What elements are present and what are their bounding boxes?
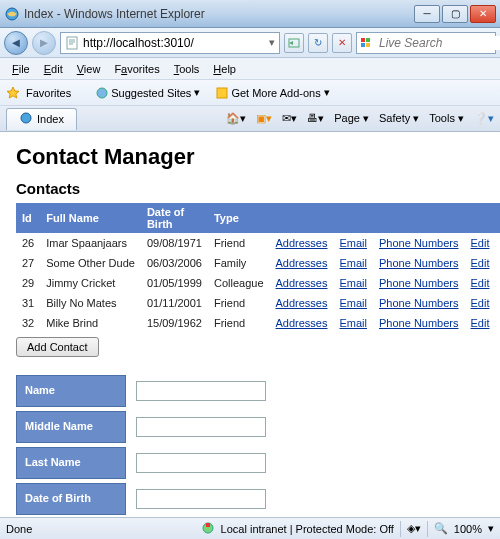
menu-favorites[interactable]: Favorites — [108, 61, 165, 77]
cell-name: Some Other Dude — [40, 253, 141, 273]
suggested-sites-link[interactable]: Suggested Sites ▾ — [91, 84, 205, 101]
search-input[interactable] — [379, 36, 500, 50]
navigation-bar: ◄ ► ▾ ↻ ✕ 🔍 — [0, 28, 500, 58]
link-addresses[interactable]: Addresses — [276, 237, 328, 249]
cell-name: Jimmy Cricket — [40, 273, 141, 293]
favorites-label[interactable]: Favorites — [26, 87, 71, 99]
table-row: 26Imar Spaanjaars09/08/1971FriendAddress… — [16, 233, 500, 253]
link-email[interactable]: Email — [340, 277, 368, 289]
menu-edit[interactable]: Edit — [38, 61, 69, 77]
svg-rect-6 — [366, 43, 370, 47]
maximize-button[interactable]: ▢ — [442, 5, 468, 23]
link-phones[interactable]: Phone Numbers — [379, 297, 459, 309]
search-provider-icon — [361, 35, 375, 51]
menu-help[interactable]: Help — [207, 61, 242, 77]
link-email[interactable]: Email — [340, 237, 368, 249]
menu-tools[interactable]: Tools — [168, 61, 206, 77]
cell-dob: 09/08/1971 — [141, 233, 208, 253]
url-input[interactable] — [83, 34, 265, 52]
svg-rect-4 — [366, 38, 370, 42]
refresh-button[interactable]: ↻ — [308, 33, 328, 53]
mail-button[interactable]: ✉▾ — [282, 112, 297, 125]
menu-view[interactable]: View — [71, 61, 107, 77]
link-phones[interactable]: Phone Numbers — [379, 257, 459, 269]
link-phones[interactable]: Phone Numbers — [379, 237, 459, 249]
link-email[interactable]: Email — [340, 297, 368, 309]
print-button[interactable]: 🖶▾ — [307, 112, 324, 125]
link-addresses[interactable]: Addresses — [276, 277, 328, 289]
star-icon — [6, 86, 20, 100]
safety-menu[interactable]: Safety ▾ — [379, 112, 419, 125]
status-done: Done — [6, 523, 32, 535]
minimize-button[interactable]: ─ — [414, 5, 440, 23]
home-button[interactable]: 🏠▾ — [226, 112, 246, 125]
cell-type: Friend — [208, 233, 270, 253]
close-button[interactable]: ✕ — [470, 5, 496, 23]
window-title: Index - Windows Internet Explorer — [24, 7, 414, 21]
link-edit[interactable]: Edit — [471, 237, 490, 249]
cell-id: 32 — [16, 313, 40, 333]
zoom-dropdown[interactable]: ▾ — [488, 522, 494, 535]
link-email[interactable]: Email — [340, 317, 368, 329]
status-bar: Done Local intranet | Protected Mode: Of… — [0, 517, 500, 539]
search-box[interactable]: 🔍 — [356, 32, 496, 54]
svg-point-9 — [21, 113, 31, 123]
link-phones[interactable]: Phone Numbers — [379, 277, 459, 289]
page-menu[interactable]: Page ▾ — [334, 112, 369, 125]
add-contact-button[interactable]: Add Contact — [16, 337, 99, 357]
feeds-button[interactable]: ▣▾ — [256, 112, 272, 125]
cell-type: Friend — [208, 293, 270, 313]
get-addons-link[interactable]: Get More Add-ons ▾ — [211, 84, 334, 101]
compat-button[interactable] — [284, 33, 304, 53]
link-edit[interactable]: Edit — [471, 317, 490, 329]
label-dob: Date of Birth — [16, 483, 126, 515]
table-row: 32Mike Brind15/09/1962FriendAddressesEma… — [16, 313, 500, 333]
svg-rect-3 — [361, 38, 365, 42]
svg-point-7 — [97, 88, 107, 98]
stop-button[interactable]: ✕ — [332, 33, 352, 53]
svg-rect-8 — [217, 88, 227, 98]
window-titlebar: Index - Windows Internet Explorer ─ ▢ ✕ — [0, 0, 500, 28]
link-addresses[interactable]: Addresses — [276, 297, 328, 309]
label-name: Name — [16, 375, 126, 407]
link-edit[interactable]: Edit — [471, 297, 490, 309]
input-name[interactable] — [136, 381, 266, 401]
col-type: Type — [208, 203, 270, 233]
tab-title: Index — [37, 113, 64, 125]
input-dob[interactable] — [136, 489, 266, 509]
address-bar[interactable]: ▾ — [60, 32, 280, 54]
cell-id: 31 — [16, 293, 40, 313]
col-fullname: Full Name — [40, 203, 141, 233]
cell-type: Friend — [208, 313, 270, 333]
zoom-icon[interactable]: 🔍 — [434, 522, 448, 535]
dropdown-icon[interactable]: ▾ — [269, 36, 275, 49]
back-button[interactable]: ◄ — [4, 31, 28, 55]
cell-id: 27 — [16, 253, 40, 273]
label-middle: Middle Name — [16, 411, 126, 443]
tab-index[interactable]: Index — [6, 108, 77, 130]
forward-button[interactable]: ► — [32, 31, 56, 55]
link-edit[interactable]: Edit — [471, 277, 490, 289]
help-button[interactable]: ❔▾ — [474, 112, 494, 125]
status-zone: Local intranet | Protected Mode: Off — [221, 523, 394, 535]
link-edit[interactable]: Edit — [471, 257, 490, 269]
status-unknown-icon[interactable]: ◈▾ — [407, 522, 421, 535]
menu-bar: File Edit View Favorites Tools Help — [0, 58, 500, 80]
svg-rect-11 — [206, 523, 210, 527]
contact-form: Name Middle Name Last Name Date of Birth… — [16, 375, 484, 517]
link-addresses[interactable]: Addresses — [276, 257, 328, 269]
link-phones[interactable]: Phone Numbers — [379, 317, 459, 329]
page-heading: Contact Manager — [16, 144, 484, 170]
link-email[interactable]: Email — [340, 257, 368, 269]
link-addresses[interactable]: Addresses — [276, 317, 328, 329]
input-last[interactable] — [136, 453, 266, 473]
svg-rect-1 — [67, 37, 77, 49]
tab-bar: Index 🏠▾ ▣▾ ✉▾ 🖶▾ Page ▾ Safety ▾ Tools … — [0, 106, 500, 132]
zone-icon — [201, 521, 215, 537]
page-content: Contact Manager Contacts Id Full Name Da… — [0, 132, 500, 517]
menu-file[interactable]: File — [6, 61, 36, 77]
tools-menu[interactable]: Tools ▾ — [429, 112, 464, 125]
input-middle[interactable] — [136, 417, 266, 437]
ie-icon — [4, 6, 20, 22]
cell-name: Imar Spaanjaars — [40, 233, 141, 253]
